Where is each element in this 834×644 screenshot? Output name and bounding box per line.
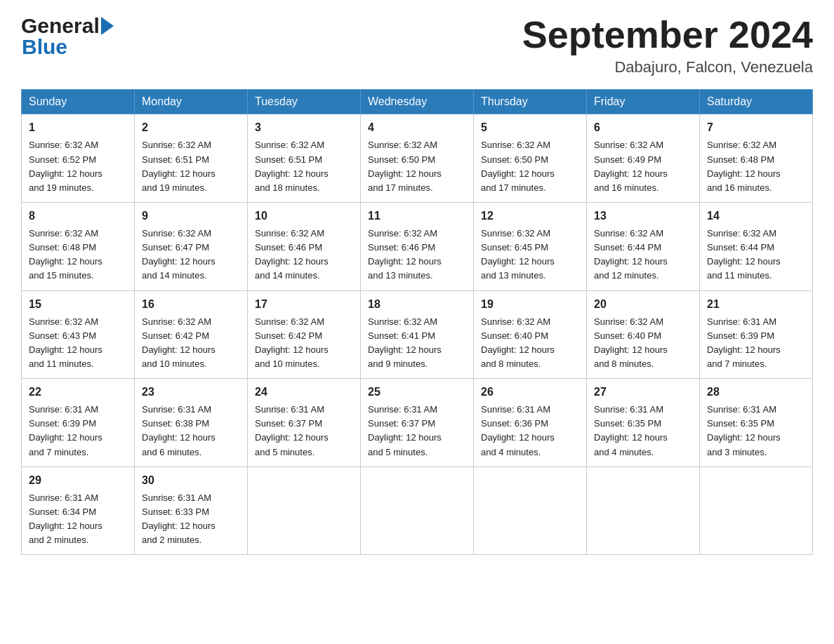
- sunset-label: Sunset: 6:52 PM: [29, 154, 96, 165]
- daylight-label: Daylight: 12 hours: [142, 344, 216, 355]
- day-info: Sunrise: 6:32 AM Sunset: 6:47 PM Dayligh…: [142, 227, 240, 283]
- calendar-table: Sunday Monday Tuesday Wednesday Thursday…: [21, 89, 813, 555]
- location-title: Dabajuro, Falcon, Venezuela: [522, 58, 813, 76]
- sunset-label: Sunset: 6:46 PM: [255, 242, 322, 253]
- sunrise-label: Sunrise: 6:31 AM: [255, 404, 324, 415]
- sunrise-label: Sunrise: 6:32 AM: [255, 316, 324, 327]
- daylight-minutes: and 12 minutes.: [594, 270, 659, 281]
- daylight-label: Daylight: 12 hours: [29, 168, 102, 179]
- daylight-label: Daylight: 12 hours: [707, 344, 781, 355]
- sunset-label: Sunset: 6:37 PM: [255, 418, 322, 429]
- day-number: 29: [29, 472, 127, 489]
- table-row: 16 Sunrise: 6:32 AM Sunset: 6:42 PM Dayl…: [135, 290, 248, 379]
- day-number: 28: [707, 384, 805, 401]
- day-number: 4: [368, 119, 466, 136]
- day-number: 18: [368, 296, 466, 313]
- logo: General Blue: [21, 14, 114, 59]
- sunset-label: Sunset: 6:48 PM: [707, 154, 774, 165]
- day-info: Sunrise: 6:32 AM Sunset: 6:50 PM Dayligh…: [368, 138, 466, 195]
- daylight-label: Daylight: 12 hours: [29, 256, 102, 267]
- day-info: Sunrise: 6:31 AM Sunset: 6:38 PM Dayligh…: [142, 403, 240, 459]
- sunset-label: Sunset: 6:41 PM: [368, 330, 435, 341]
- daylight-label: Daylight: 12 hours: [29, 344, 102, 355]
- table-row: 30 Sunrise: 6:31 AM Sunset: 6:33 PM Dayl…: [135, 467, 248, 555]
- daylight-label: Daylight: 12 hours: [594, 344, 668, 355]
- logo-blue-text: Blue: [22, 35, 114, 59]
- table-row: 20 Sunrise: 6:32 AM Sunset: 6:40 PM Dayl…: [587, 290, 700, 379]
- day-number: 1: [29, 119, 127, 136]
- daylight-label: Daylight: 12 hours: [481, 344, 555, 355]
- daylight-label: Daylight: 12 hours: [707, 432, 781, 443]
- sunset-label: Sunset: 6:33 PM: [142, 507, 209, 517]
- day-info: Sunrise: 6:32 AM Sunset: 6:51 PM Dayligh…: [255, 138, 353, 195]
- table-row: 23 Sunrise: 6:31 AM Sunset: 6:38 PM Dayl…: [135, 379, 248, 467]
- sunrise-label: Sunrise: 6:31 AM: [594, 404, 663, 415]
- daylight-label: Daylight: 12 hours: [481, 168, 555, 179]
- day-info: Sunrise: 6:32 AM Sunset: 6:46 PM Dayligh…: [255, 227, 353, 283]
- calendar-week-row: 22 Sunrise: 6:31 AM Sunset: 6:39 PM Dayl…: [22, 379, 813, 467]
- daylight-minutes: and 2 minutes.: [142, 535, 201, 545]
- table-row: 28 Sunrise: 6:31 AM Sunset: 6:35 PM Dayl…: [700, 379, 813, 467]
- header-wednesday: Wednesday: [361, 90, 474, 114]
- day-number: 14: [707, 208, 805, 224]
- title-section: September 2024 Dabajuro, Falcon, Venezue…: [522, 14, 813, 76]
- header-tuesday: Tuesday: [248, 90, 361, 114]
- sunrise-label: Sunrise: 6:32 AM: [29, 140, 98, 150]
- sunset-label: Sunset: 6:35 PM: [594, 418, 661, 429]
- sunrise-label: Sunrise: 6:32 AM: [481, 316, 550, 327]
- sunset-label: Sunset: 6:39 PM: [29, 418, 96, 429]
- sunrise-label: Sunrise: 6:32 AM: [594, 316, 663, 327]
- sunrise-label: Sunrise: 6:32 AM: [255, 140, 324, 150]
- daylight-label: Daylight: 12 hours: [707, 256, 781, 267]
- daylight-label: Daylight: 12 hours: [368, 168, 442, 179]
- sunrise-label: Sunrise: 6:32 AM: [142, 316, 211, 327]
- sunset-label: Sunset: 6:44 PM: [707, 242, 774, 253]
- table-row: [474, 467, 587, 555]
- day-info: Sunrise: 6:31 AM Sunset: 6:39 PM Dayligh…: [29, 403, 127, 459]
- sunset-label: Sunset: 6:49 PM: [594, 154, 661, 165]
- daylight-label: Daylight: 12 hours: [368, 344, 442, 355]
- sunset-label: Sunset: 6:47 PM: [142, 242, 209, 253]
- sunset-label: Sunset: 6:44 PM: [594, 242, 661, 253]
- table-row: 24 Sunrise: 6:31 AM Sunset: 6:37 PM Dayl…: [248, 379, 361, 467]
- sunrise-label: Sunrise: 6:31 AM: [142, 404, 211, 415]
- sunrise-label: Sunrise: 6:32 AM: [368, 140, 437, 150]
- sunrise-label: Sunrise: 6:31 AM: [29, 492, 98, 503]
- header-monday: Monday: [135, 90, 248, 114]
- daylight-minutes: and 18 minutes.: [255, 182, 320, 193]
- day-info: Sunrise: 6:31 AM Sunset: 6:35 PM Dayligh…: [707, 403, 805, 459]
- sunrise-label: Sunrise: 6:31 AM: [707, 316, 776, 327]
- table-row: [248, 467, 361, 555]
- page-header: General Blue September 2024 Dabajuro, Fa…: [21, 14, 813, 76]
- table-row: 22 Sunrise: 6:31 AM Sunset: 6:39 PM Dayl…: [22, 379, 135, 467]
- sunset-label: Sunset: 6:43 PM: [29, 330, 96, 341]
- sunset-label: Sunset: 6:50 PM: [481, 154, 548, 165]
- day-info: Sunrise: 6:31 AM Sunset: 6:39 PM Dayligh…: [707, 315, 805, 372]
- sunrise-label: Sunrise: 6:32 AM: [29, 316, 98, 327]
- daylight-label: Daylight: 12 hours: [29, 432, 102, 443]
- sunrise-label: Sunrise: 6:31 AM: [29, 404, 98, 415]
- daylight-minutes: and 2 minutes.: [29, 535, 88, 545]
- daylight-minutes: and 14 minutes.: [255, 270, 320, 281]
- daylight-minutes: and 9 minutes.: [368, 358, 428, 369]
- daylight-label: Daylight: 12 hours: [255, 168, 329, 179]
- day-number: 25: [368, 384, 466, 401]
- table-row: 11 Sunrise: 6:32 AM Sunset: 6:46 PM Dayl…: [361, 202, 474, 290]
- daylight-minutes: and 16 minutes.: [707, 182, 772, 193]
- sunrise-label: Sunrise: 6:32 AM: [368, 228, 437, 239]
- day-number: 22: [29, 384, 127, 401]
- sunset-label: Sunset: 6:42 PM: [255, 330, 322, 341]
- daylight-label: Daylight: 12 hours: [594, 256, 668, 267]
- day-number: 9: [142, 208, 240, 224]
- sunrise-label: Sunrise: 6:32 AM: [142, 140, 211, 150]
- daylight-minutes: and 8 minutes.: [481, 358, 541, 369]
- day-number: 15: [29, 296, 127, 313]
- sunset-label: Sunset: 6:46 PM: [368, 242, 435, 253]
- day-info: Sunrise: 6:31 AM Sunset: 6:35 PM Dayligh…: [594, 403, 692, 459]
- sunrise-label: Sunrise: 6:32 AM: [29, 228, 98, 239]
- daylight-minutes: and 13 minutes.: [481, 270, 546, 281]
- daylight-minutes: and 19 minutes.: [142, 182, 207, 193]
- day-info: Sunrise: 6:32 AM Sunset: 6:45 PM Dayligh…: [481, 227, 579, 283]
- day-info: Sunrise: 6:32 AM Sunset: 6:51 PM Dayligh…: [142, 138, 240, 195]
- sunrise-label: Sunrise: 6:31 AM: [707, 404, 776, 415]
